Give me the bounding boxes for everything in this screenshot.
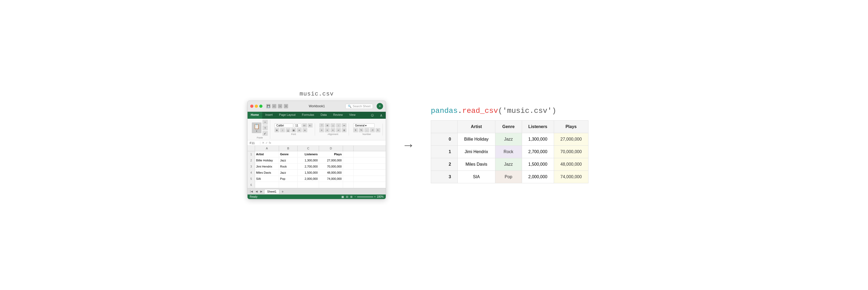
enter-formula-icon[interactable]: ✓ (266, 141, 268, 144)
tab-review[interactable]: Review (330, 112, 346, 119)
increase-decimal-button[interactable]: .0 (370, 128, 375, 132)
increase-font-button[interactable]: A↑ (302, 123, 307, 128)
cell-c4[interactable]: 1,500,000 (298, 170, 319, 175)
underline-button[interactable]: U (286, 128, 290, 132)
tab-page-layout[interactable]: Page Layout (276, 112, 299, 119)
cell-c6[interactable] (298, 182, 319, 188)
cell-a4[interactable]: Miles Davis (255, 170, 279, 175)
df-artist-0: Billie Holiday (458, 133, 495, 146)
tab-home[interactable]: Home (248, 112, 262, 119)
wrap-text-button[interactable]: ↵ (336, 128, 341, 132)
tab-insert[interactable]: Insert (262, 112, 276, 119)
align-right-button[interactable]: ≡ (331, 128, 335, 132)
undo-icon[interactable]: ↩ (272, 104, 276, 108)
align-center-button[interactable]: ≡ (325, 128, 330, 132)
sheet-nav-first[interactable]: |◀ (249, 190, 254, 193)
currency-button[interactable]: $ (353, 128, 358, 132)
redo-icon[interactable]: ↪ (278, 104, 282, 108)
cell-c5[interactable]: 2,000,000 (298, 176, 319, 182)
cell-a2[interactable]: Billie Holiday (255, 157, 279, 163)
customize-icon[interactable]: ▾ (284, 104, 288, 108)
cell-d2[interactable]: 27,000,000 (319, 157, 343, 163)
text-direction-button[interactable]: ↕ (336, 123, 341, 128)
cut-button[interactable]: ✂ (262, 120, 268, 125)
zoom-slider[interactable] (357, 196, 373, 197)
ribbon-group-paste: 📋 ▾ ✂ ⎘ 🖌 Paste (250, 120, 270, 139)
cancel-formula-icon[interactable]: ✕ (262, 141, 265, 144)
zoom-out-button[interactable]: − (354, 195, 356, 198)
close-button[interactable] (250, 104, 253, 108)
decrease-font-button[interactable]: A↓ (308, 123, 313, 128)
cell-b3[interactable]: Rock (279, 164, 298, 169)
comma-button[interactable]: , (364, 128, 369, 132)
view-normal-icon[interactable]: ▦ (341, 195, 344, 198)
cell-c2[interactable]: 1,300,000 (298, 157, 319, 163)
header-genre[interactable]: Genre (279, 151, 298, 157)
merge-button[interactable]: ⊞ (342, 128, 346, 132)
ribbon-group-font: Calibri 11 A↑ A↓ B I U ▦ A A (272, 123, 315, 135)
zoom-in-button[interactable]: + (374, 195, 376, 198)
cell-b2[interactable]: Jazz (279, 157, 298, 163)
tab-data[interactable]: Data (317, 112, 330, 119)
df-genre-3: Pop (495, 171, 522, 183)
search-box[interactable]: 🔍 Search Sheet (345, 104, 373, 109)
header-plays[interactable]: Plays (319, 151, 343, 157)
bold-button[interactable]: B (275, 128, 279, 132)
cell-b5[interactable]: Pop (279, 176, 298, 182)
align-middle-button[interactable]: ⊕ (325, 123, 330, 128)
format-painter-button[interactable]: 🖌 (262, 131, 268, 136)
table-row: 1 Jimi Hendrix Rock 2,700,000 70,000,000 (431, 146, 588, 158)
cell-d4[interactable]: 48,000,000 (319, 170, 343, 175)
font-size-select[interactable]: 11 (294, 124, 302, 128)
paste-button[interactable]: 📋 ▾ (252, 123, 261, 133)
align-bottom-button[interactable]: ⊥ (331, 123, 335, 128)
font-name-row: Calibri 11 A↑ A↓ (275, 123, 313, 128)
df-plays-0: 27,000,000 (554, 133, 588, 146)
align-top-button[interactable]: ⊤ (319, 123, 324, 128)
indent-button[interactable]: ↦ (342, 123, 346, 128)
view-page-break-icon[interactable]: ⊞ (350, 195, 352, 198)
sheet-nav-prev[interactable]: ◀ (255, 190, 258, 193)
main-container: music.csv 💾 ↩ ↪ ▾ Workbook1 🔍 Se (247, 91, 621, 199)
copy-button[interactable]: ⎘ (262, 125, 268, 130)
sheet-tab-1[interactable]: Sheet1 (265, 189, 280, 194)
italic-button[interactable]: I (280, 128, 285, 132)
view-layout-icon[interactable]: ⊟ (346, 195, 348, 198)
insert-function-icon[interactable]: fx (269, 141, 271, 144)
font-family-select[interactable]: Calibri (275, 124, 293, 128)
cell-b6[interactable] (279, 182, 298, 188)
cell-d3[interactable]: 70,000,000 (319, 164, 343, 169)
collapse-ribbon-button[interactable]: ∧ (377, 112, 386, 119)
sheet-nav-next[interactable]: ▶ (259, 190, 263, 193)
minimize-button[interactable] (255, 104, 258, 108)
cell-a5[interactable]: SIA (255, 176, 279, 182)
cell-a3[interactable]: Jimi Hendrix (255, 164, 279, 169)
align-left-button[interactable]: ≡ (319, 128, 324, 132)
df-genre-0: Jazz (495, 133, 522, 146)
maximize-button[interactable] (259, 104, 262, 108)
percent-button[interactable]: % (359, 128, 364, 132)
cell-c3[interactable]: 2,700,000 (298, 164, 319, 169)
header-listeners[interactable]: Listeners (298, 151, 319, 157)
font-color-button[interactable]: A (303, 128, 307, 132)
profile-icon[interactable]: + (377, 103, 383, 109)
cell-b4[interactable]: Jazz (279, 170, 298, 175)
right-section: pandas.read_csv('music.csv') Artist Genr… (431, 107, 621, 183)
add-sheet-button[interactable]: + (280, 189, 285, 194)
search-icon: 🔍 (348, 104, 351, 108)
number-format-select[interactable]: General ▾ (353, 124, 374, 128)
border-button[interactable]: ▦ (291, 128, 296, 132)
spreadsheet-grid: A B C D 1 Artist Genre Listeners Plays (248, 146, 386, 188)
cell-a6[interactable] (255, 182, 279, 188)
font-format-row: B I U ▦ A A (275, 128, 307, 132)
cell-d6[interactable] (319, 182, 343, 188)
cell-d5[interactable]: 74,000,000 (319, 176, 343, 182)
decrease-decimal-button[interactable]: 0. (376, 128, 380, 132)
cell-reference[interactable]: F11 (250, 141, 260, 144)
cell-e4 (343, 170, 354, 175)
header-artist[interactable]: Artist (255, 151, 279, 157)
save-icon[interactable]: 💾 (266, 104, 271, 108)
tab-formulas[interactable]: Formulas (299, 112, 317, 119)
tab-view[interactable]: View (346, 112, 359, 119)
fill-color-button[interactable]: A (297, 128, 302, 132)
